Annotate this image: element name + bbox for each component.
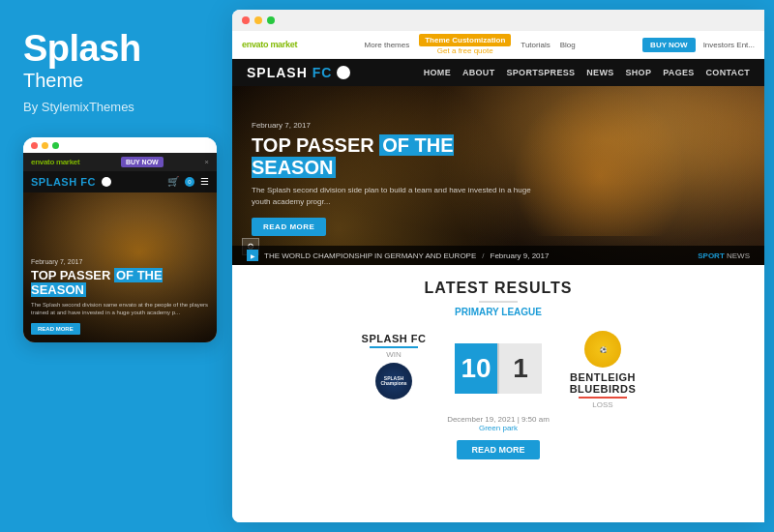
team-right-name: BENTLEIGH BLUEBIRDS (550, 371, 656, 395)
match-date: December 19, 2021 | 9:50 am (252, 415, 745, 424)
mobile-nav-icons: 🛒 0 ☰ (167, 176, 209, 187)
mobile-hero-headline: TOP PASSER OF THE SEASON (31, 268, 209, 298)
mobile-dot-red (31, 142, 38, 149)
score-right: 1 (499, 343, 542, 394)
nav-home[interactable]: HOME (424, 68, 451, 77)
mobile-hero-image: February 7, 2017 TOP PASSER OF THE SEASO… (23, 192, 217, 342)
mobile-close-icon[interactable]: × (204, 158, 209, 166)
match-row: SPLASH FC WIN SPLASHChampions 10 1 ⚽ BEN… (252, 327, 745, 409)
mobile-top-bar (23, 137, 217, 153)
desktop-envato-logo: envato market (242, 40, 297, 49)
theme-title: Splash Theme By StylemixThemes (23, 29, 213, 132)
mobile-buy-now-button[interactable]: BUY NOW (121, 157, 164, 167)
latest-results-title: LATEST RESULTS (252, 280, 745, 297)
hero-bottom-bar: ▶ THE WORLD CHAMPIONSHIP IN GERMANY AND … (232, 246, 764, 265)
mobile-mockup: envato market BUY NOW × SPLASH FC 🛒 0 ☰ … (23, 137, 217, 342)
results-read-more-button[interactable]: READ MORE (457, 440, 539, 459)
hero-read-more-button[interactable]: READ MORE (252, 218, 326, 236)
nav-contact[interactable]: CONTACT (706, 68, 750, 77)
mobile-dot-yellow (42, 142, 48, 149)
nav-news[interactable]: NEWS (586, 68, 613, 77)
desktop-dot-green (267, 16, 275, 24)
score-left: 10 (455, 343, 497, 394)
mobile-header: SPLASH FC 🛒 0 ☰ (23, 171, 217, 192)
desktop-header: SPLASH FC HOME ABOUT SPORTSPRESS NEWS SH… (232, 59, 764, 86)
theme-customization-sub: Get a free quote (437, 46, 493, 55)
desktop-envato-bar: envato market More themes Theme Customiz… (232, 31, 764, 59)
desktop-soccer-icon (337, 66, 350, 79)
hero-content: February 7, 2017 TOP PASSER OF THE SEASO… (252, 121, 542, 236)
team-left: SPLASH FC WIN SPLASHChampions (341, 333, 447, 403)
desktop-buy-now-button[interactable]: BUY NOW (642, 38, 696, 52)
mobile-soccer-ball-icon (102, 177, 111, 187)
team-left-logo: SPLASHChampions (375, 363, 412, 399)
mobile-hero-description: The Splash second division same envato a… (31, 301, 209, 317)
nav-about[interactable]: ABOUT (462, 68, 495, 77)
hero-bottom-text: THE WORLD CHAMPIONSHIP IN GERMANY AND EU… (264, 251, 476, 260)
nav-pages[interactable]: PAGES (663, 68, 694, 77)
hero-description: The Splash second division side plan to … (252, 185, 542, 208)
mobile-menu-icon[interactable]: ☰ (200, 176, 209, 187)
latest-results: LATEST RESULTS Primary League SPLASH FC … (232, 265, 764, 522)
desktop-nav: HOME ABOUT SPORTSPRESS NEWS SHOP PAGES C… (424, 68, 750, 77)
primary-league-label: Primary League (252, 307, 745, 317)
mobile-envato-bar: envato market BUY NOW × (23, 153, 217, 171)
theme-customization-button[interactable]: Theme Customization (419, 34, 511, 46)
desktop-top-bar (232, 10, 764, 31)
more-themes-link[interactable]: More themes (365, 41, 410, 49)
match-venue: Green park (252, 424, 745, 432)
desktop-dot-yellow (254, 16, 262, 24)
left-panel: Splash Theme By StylemixThemes envato ma… (0, 0, 232, 532)
right-panel: envato market More themes Theme Customiz… (232, 10, 764, 522)
mobile-cart-count: 0 (185, 177, 194, 187)
tutorials-link[interactable]: Tutorials (521, 41, 550, 49)
team-right-status: LOSS (579, 397, 627, 409)
hero-news-tag: NEWS (727, 251, 750, 260)
latest-results-divider (479, 301, 518, 303)
mobile-read-more-button[interactable]: READ MORE (31, 323, 80, 335)
team-left-status: WIN (370, 346, 418, 359)
score-box: 10 1 (455, 343, 542, 394)
desktop-dot-red (242, 16, 250, 24)
mobile-hero: February 7, 2017 TOP PASSER OF THE SEASO… (23, 192, 217, 342)
hero-bottom-icon: ▶ (247, 250, 258, 261)
hero-bottom-date: February 9, 2017 (491, 251, 550, 260)
blog-link[interactable]: Blog (560, 41, 576, 49)
desktop-hero: February 7, 2017 TOP PASSER OF THE SEASO… (232, 86, 764, 265)
mobile-logo: SPLASH FC (31, 176, 111, 188)
mobile-dot-green (52, 142, 59, 149)
match-info: December 19, 2021 | 9:50 am Green park (252, 415, 745, 432)
mobile-cart-icon[interactable]: 🛒 (167, 176, 179, 187)
desktop-logo: SPLASH FC (247, 65, 350, 80)
team-right-logo: ⚽ (584, 331, 621, 368)
mobile-envato-logo: envato market (31, 158, 79, 166)
team-left-name: SPLASH FC (362, 333, 427, 344)
nav-shop[interactable]: SHOP (626, 68, 652, 77)
envato-bar-extra: Investors Ent... (703, 41, 755, 49)
team-right: ⚽ BENTLEIGH BLUEBIRDS LOSS (550, 327, 656, 409)
mobile-hero-date: February 7, 2017 (31, 258, 209, 265)
hero-title: TOP PASSER OF THE SEASON (252, 134, 542, 179)
nav-sportspress[interactable]: SPORTSPRESS (506, 68, 575, 77)
hero-date: February 7, 2017 (252, 121, 542, 130)
hero-sport-tag: SPORT (698, 251, 725, 260)
